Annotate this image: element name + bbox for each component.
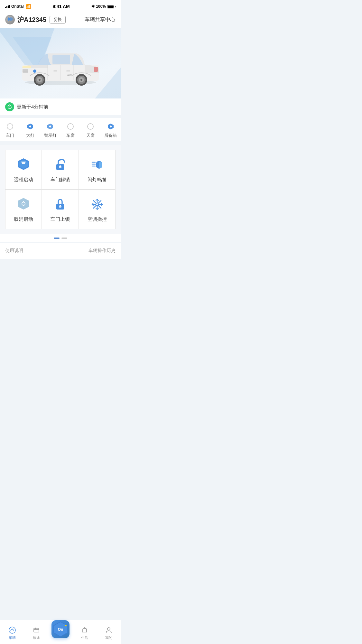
svg-point-26 bbox=[7, 124, 13, 129]
plate-number: 沪A12345 bbox=[17, 15, 46, 24]
cancel-start-icon bbox=[15, 196, 32, 212]
svg-point-15 bbox=[33, 70, 36, 73]
hazard-indicator-icon bbox=[47, 123, 54, 130]
update-text: 更新于4分钟前 bbox=[17, 104, 48, 110]
action-row-2: 取消启动 车门上锁 bbox=[5, 190, 116, 229]
action-row-1: 远程启动 车门解锁 bbox=[5, 150, 116, 190]
door-label: 车门 bbox=[6, 133, 14, 138]
svg-rect-46 bbox=[99, 162, 102, 168]
trunk-label: 后备箱 bbox=[104, 133, 117, 138]
window-indicator-icon bbox=[67, 123, 74, 130]
page-dot-2[interactable] bbox=[61, 238, 67, 239]
refresh-icon bbox=[5, 102, 14, 111]
carrier-label: OnStar bbox=[11, 4, 24, 9]
trunk-indicator-icon bbox=[107, 123, 114, 130]
car-svg: 英朗 bbox=[15, 41, 106, 86]
svg-rect-16 bbox=[94, 67, 98, 72]
svg-marker-38 bbox=[21, 162, 26, 163]
status-door[interactable]: 车门 bbox=[0, 123, 20, 138]
status-window[interactable]: 车窗 bbox=[60, 123, 81, 138]
flash-horn-icon bbox=[89, 157, 105, 173]
headlight-indicator-icon bbox=[27, 123, 34, 130]
remote-start-icon bbox=[15, 157, 32, 173]
svg-rect-11 bbox=[66, 70, 70, 71]
car-image: 英朗 bbox=[12, 37, 109, 89]
svg-rect-12 bbox=[23, 69, 28, 73]
ac-control-button[interactable]: 空调操控 bbox=[79, 190, 116, 229]
pagination bbox=[0, 234, 121, 242]
svg-rect-37 bbox=[22, 163, 25, 164]
svg-point-31 bbox=[68, 124, 73, 129]
headlight-label: 大灯 bbox=[26, 133, 34, 138]
history-link[interactable]: 车辆操作历史 bbox=[88, 248, 116, 254]
ac-control-label: 空调操控 bbox=[88, 216, 107, 222]
status-headlight[interactable]: 大灯 bbox=[20, 123, 41, 138]
cancel-start-label: 取消启动 bbox=[14, 216, 33, 222]
svg-rect-41 bbox=[60, 165, 61, 167]
header: 沪A12345 切换 车辆共享中心 bbox=[0, 12, 121, 28]
status-sunroof[interactable]: 天窗 bbox=[80, 123, 101, 138]
status-right: ✱ 100% bbox=[91, 4, 116, 9]
door-lock-button[interactable]: 车门上锁 bbox=[42, 190, 79, 229]
hazard-label: 警示灯 bbox=[44, 133, 57, 138]
svg-rect-10 bbox=[53, 70, 57, 71]
ac-control-icon bbox=[89, 196, 105, 212]
footer-links: 使用说明 车辆操作历史 bbox=[0, 243, 121, 259]
svg-point-20 bbox=[39, 79, 41, 81]
signal-icon bbox=[5, 5, 10, 8]
bluetooth-icon: ✱ bbox=[91, 4, 95, 9]
door-unlock-button[interactable]: 车门解锁 bbox=[42, 150, 79, 190]
door-lock-icon bbox=[52, 196, 68, 212]
status-bar: OnStar 📶 9:41 AM ✱ 100% bbox=[0, 0, 121, 12]
status-hazard[interactable]: 警示灯 bbox=[40, 123, 60, 138]
action-grid: 远程启动 车门解锁 bbox=[0, 145, 121, 234]
door-lock-label: 车门上锁 bbox=[51, 216, 70, 222]
share-center-link[interactable]: 车辆共享中心 bbox=[85, 16, 116, 23]
svg-point-28 bbox=[29, 126, 31, 127]
status-time: 9:41 AM bbox=[53, 4, 70, 9]
svg-point-24 bbox=[80, 79, 82, 81]
door-indicator-icon bbox=[6, 123, 14, 130]
sunroof-indicator-icon bbox=[87, 123, 94, 130]
svg-point-3 bbox=[11, 17, 13, 21]
status-indicators: 车门 大灯 警示灯 车窗 天窗 后备箱 bbox=[0, 118, 121, 141]
wifi-icon: 📶 bbox=[25, 4, 31, 9]
remote-start-label: 远程启动 bbox=[14, 177, 33, 183]
battery-icon bbox=[107, 5, 116, 8]
buick-logo bbox=[5, 15, 15, 24]
flash-horn-button[interactable]: 闪灯鸣笛 bbox=[79, 150, 116, 190]
svg-text:英朗: 英朗 bbox=[67, 74, 72, 77]
cancel-start-button[interactable]: 取消启动 bbox=[5, 190, 42, 229]
svg-point-34 bbox=[110, 126, 112, 127]
svg-rect-6 bbox=[52, 55, 70, 64]
status-left: OnStar 📶 bbox=[5, 4, 31, 9]
flash-horn-label: 闪灯鸣笛 bbox=[88, 177, 107, 183]
svg-point-65 bbox=[96, 203, 98, 206]
switch-button[interactable]: 切换 bbox=[50, 16, 66, 23]
page-dot-1[interactable] bbox=[54, 238, 60, 239]
remote-start-button[interactable]: 远程启动 bbox=[5, 150, 42, 190]
svg-point-32 bbox=[88, 124, 93, 129]
sunroof-label: 天窗 bbox=[86, 133, 95, 138]
svg-marker-47 bbox=[18, 198, 29, 210]
battery-percent: 100% bbox=[96, 4, 106, 9]
door-unlock-icon bbox=[52, 157, 68, 173]
car-hero: 英朗 bbox=[0, 28, 121, 98]
door-unlock-label: 车门解锁 bbox=[51, 177, 70, 183]
usage-link[interactable]: 使用说明 bbox=[5, 248, 23, 254]
window-label: 车窗 bbox=[66, 133, 75, 138]
svg-point-30 bbox=[49, 126, 51, 127]
status-trunk[interactable]: 后备箱 bbox=[101, 123, 121, 138]
update-status: 更新于4分钟前 bbox=[0, 98, 121, 115]
svg-rect-52 bbox=[60, 205, 61, 206]
